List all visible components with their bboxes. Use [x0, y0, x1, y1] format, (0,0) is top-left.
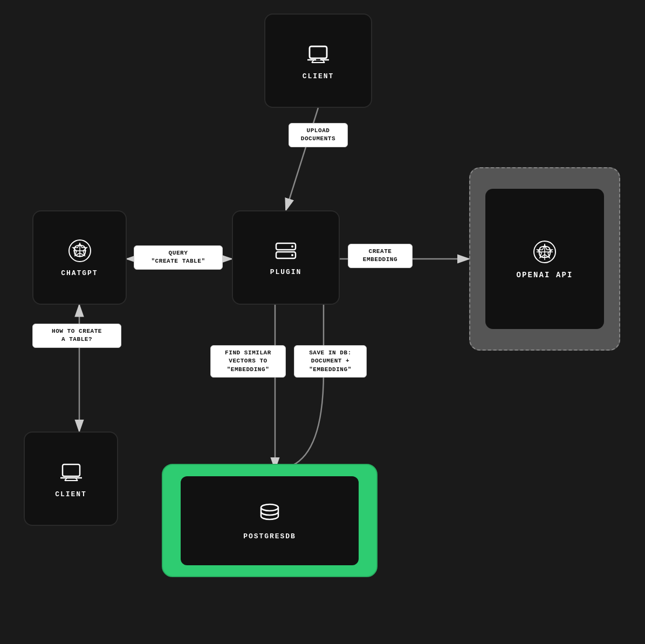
- create-embedding-label: CREATEEMBEDDING: [348, 244, 413, 268]
- save-in-db-text: SAVE IN DB:DOCUMENT +"EMBEDDING": [309, 350, 352, 373]
- svg-point-30: [261, 504, 278, 511]
- find-similar-label: FIND SIMILARVECTORS TO"EMBEDDING": [210, 345, 286, 378]
- find-similar-text: FIND SIMILARVECTORS TO"EMBEDDING": [225, 350, 271, 373]
- plugin-node: PLUGIN: [232, 210, 340, 305]
- postgresdb-outer: POSTGRESDB: [162, 464, 378, 577]
- query-create-table-label: QUERY"CREATE TABLE": [134, 245, 223, 270]
- client-bottom-node: CLIENT: [24, 431, 118, 526]
- chatgpt-label: CHATGPT: [61, 269, 98, 277]
- upload-documents-text: UPLOADDOCUMENTS: [301, 127, 335, 142]
- plugin-label: PLUGIN: [270, 268, 302, 276]
- create-embedding-text: CREATEEMBEDDING: [363, 248, 397, 263]
- openai-api-inner: OPENAI API: [485, 189, 604, 329]
- client-top-node: CLIENT: [264, 13, 372, 108]
- query-create-table-text: QUERY"CREATE TABLE": [151, 250, 205, 264]
- database-icon: [257, 501, 283, 527]
- openai-api-label: OPENAI API: [516, 271, 573, 279]
- openai-api-outer: OPENAI API: [469, 167, 620, 351]
- laptop-icon-top: [305, 41, 331, 67]
- client-top-label: CLIENT: [303, 72, 334, 80]
- diagram-container: CLIENT UPLOADDOCUMENTS PLUGIN CHATGPT QU…: [0, 0, 645, 644]
- chatgpt-node: CHATGPT: [32, 210, 127, 305]
- svg-rect-10: [310, 46, 327, 58]
- svg-rect-23: [63, 464, 80, 476]
- client-bottom-label: CLIENT: [55, 490, 87, 498]
- postgresdb-inner: POSTGRESDB: [181, 476, 359, 565]
- chatgpt-icon: [67, 238, 93, 264]
- svg-point-18: [291, 245, 293, 248]
- svg-rect-16: [316, 59, 320, 60]
- how-to-create-text: HOW TO CREATEA TABLE?: [52, 328, 102, 342]
- openai-api-icon: [531, 238, 558, 265]
- save-in-db-label: SAVE IN DB:DOCUMENT +"EMBEDDING": [294, 345, 367, 378]
- svg-point-20: [291, 254, 293, 256]
- how-to-create-label: HOW TO CREATEA TABLE?: [32, 324, 121, 348]
- postgresdb-label: POSTGRESDB: [243, 532, 296, 540]
- upload-documents-label: UPLOADDOCUMENTS: [289, 123, 348, 147]
- svg-rect-11: [310, 46, 327, 58]
- plugin-icon: [274, 239, 298, 263]
- laptop-icon-bottom: [58, 459, 84, 485]
